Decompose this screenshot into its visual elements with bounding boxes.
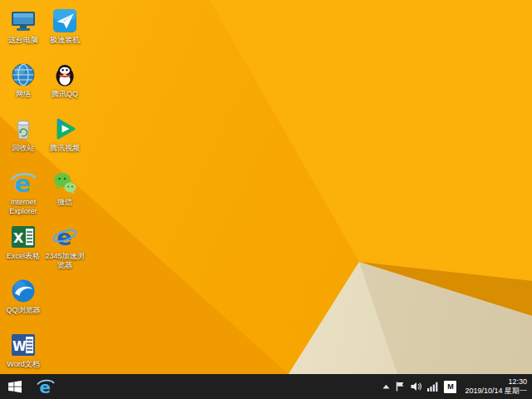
desktop-icon-2345-browser[interactable]: e 2345加速浏览器 <box>45 223 85 270</box>
flag-icon <box>396 382 405 392</box>
recycle-bin-icon <box>9 115 37 143</box>
desktop-icon-label: 网络 <box>3 90 43 99</box>
browser-e-icon: e <box>51 223 79 251</box>
show-hidden-icons-button[interactable] <box>382 384 390 389</box>
desktop-icon-label: Internet Explorer <box>3 198 43 216</box>
desktop-icon-recycle-bin[interactable]: 回收站 <box>3 115 43 153</box>
clock-time: 12:30 <box>465 377 527 387</box>
svg-text:W: W <box>12 339 27 354</box>
desktop-icon-label: Excel表格 <box>3 252 43 261</box>
desktop-icon-label: QQ浏览器 <box>3 306 43 315</box>
desktop-icon-label: 这台电脑 <box>3 36 43 45</box>
desktop-icon-label: 腾讯视频 <box>45 144 85 153</box>
action-center-button[interactable] <box>396 382 405 392</box>
desktop-icon-qq-browser[interactable]: QQ浏览器 <box>3 277 43 315</box>
taskbar-ie-button[interactable]: e <box>30 374 62 399</box>
svg-text:X: X <box>13 230 24 246</box>
qq-penguin-icon <box>51 61 79 89</box>
desktop-icon-excel[interactable]: X Excel表格 <box>3 223 43 261</box>
start-button[interactable] <box>0 374 30 399</box>
desktop-icon-jisu-zhuangji[interactable]: 极速装机 <box>45 7 85 45</box>
excel-icon: X <box>9 223 37 251</box>
system-tray: M 12:30 2019/10/14 星期一 <box>382 374 532 399</box>
desktop-icon-tencent-qq[interactable]: 腾讯QQ <box>45 61 85 99</box>
clock-date: 2019/10/14 星期一 <box>465 387 527 396</box>
desktop-icon-label: Word文档 <box>3 360 43 369</box>
globe-icon <box>9 61 37 89</box>
desktop-icon-label: 回收站 <box>3 144 43 153</box>
desktop-icon-label: 极速装机 <box>45 36 85 45</box>
desktop-icon-this-pc[interactable]: 这台电脑 <box>3 7 43 45</box>
taskbar: e M 12:30 2019/10/14 星期一 <box>0 374 532 399</box>
desktop-icon-label: 2345加速浏览器 <box>45 252 85 270</box>
monitor-icon <box>9 7 37 35</box>
paper-plane-icon <box>51 7 79 35</box>
word-icon: W <box>9 331 37 359</box>
windows-logo-icon <box>8 381 22 393</box>
speaker-icon <box>411 382 421 392</box>
network-button[interactable] <box>427 382 438 392</box>
desktop-icon-word[interactable]: W Word文档 <box>3 331 43 369</box>
play-triangle-icon <box>51 115 79 143</box>
wechat-bubbles-icon <box>51 169 79 197</box>
qq-browser-icon <box>9 277 37 305</box>
volume-button[interactable] <box>411 382 421 392</box>
desktop-icon-internet-explorer[interactable]: e Internet Explorer <box>3 169 43 216</box>
desktop-icon-network[interactable]: 网络 <box>3 61 43 99</box>
chevron-up-icon <box>382 384 390 389</box>
network-bars-icon <box>427 382 438 392</box>
ie-e-icon: e <box>37 377 55 396</box>
svg-text:e: e <box>57 224 71 250</box>
ie-e-icon: e <box>9 169 37 197</box>
desktop-icon-wechat[interactable]: 微信 <box>45 169 85 207</box>
ime-indicator[interactable]: M <box>444 381 456 393</box>
taskbar-clock[interactable]: 12:30 2019/10/14 星期一 <box>462 377 527 396</box>
desktop-icon-label: 微信 <box>45 198 85 207</box>
desktop-icon-tencent-video[interactable]: 腾讯视频 <box>45 115 85 153</box>
desktop[interactable]: 这台电脑 网络 回收站 e Internet Explorer X Excel表… <box>0 0 532 374</box>
desktop-icon-label: 腾讯QQ <box>45 90 85 99</box>
